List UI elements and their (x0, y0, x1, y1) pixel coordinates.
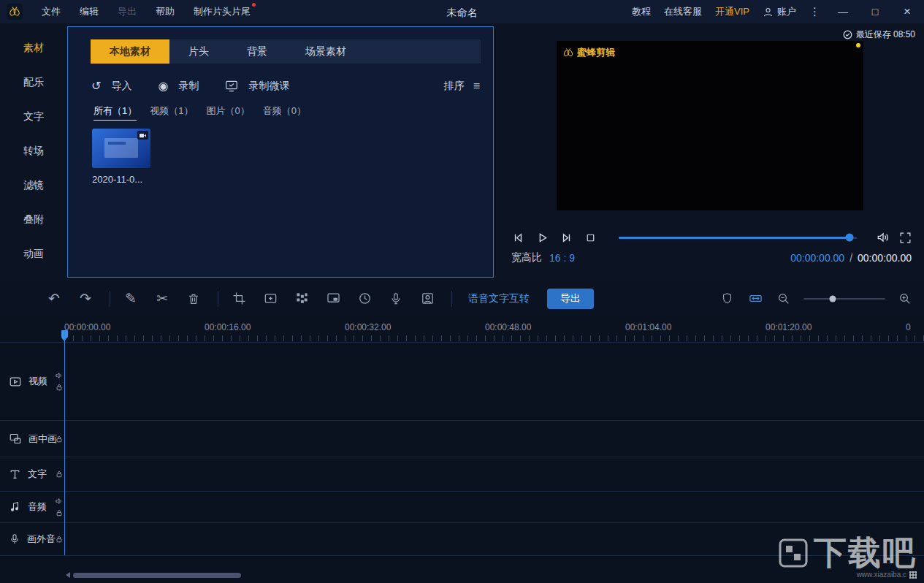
support-link[interactable]: 在线客服 (664, 5, 702, 18)
edit-clip-button[interactable]: ✎ (122, 290, 140, 308)
track-header-audio: 音频 (9, 500, 47, 514)
sidebar-item-filter[interactable]: 滤镜 (0, 168, 67, 202)
record-course-button[interactable]: 录制微课 (225, 80, 289, 93)
mute-icon[interactable] (56, 498, 63, 505)
tab-local-material[interactable]: 本地素材 (91, 39, 169, 64)
track-controls-video (56, 372, 63, 391)
menu-file[interactable]: 文件 (42, 5, 61, 18)
user-icon (763, 7, 774, 18)
toolbar-divider (451, 291, 452, 307)
watermark-logo-icon (779, 538, 808, 568)
filter-video[interactable]: 视频（1） (150, 104, 193, 121)
track-lane-pip[interactable]: 画中画 (0, 420, 924, 457)
export-button[interactable]: 导出 (547, 289, 594, 309)
titlebar-right: 教程 在线客服 开通VIP 账户 ⋮ — □ × (632, 4, 924, 19)
menu-edit[interactable]: 编辑 (80, 5, 99, 18)
ruler-label: 00:00:32.00 (345, 322, 391, 332)
mute-icon[interactable] (56, 372, 63, 379)
portrait-button[interactable] (419, 290, 436, 308)
zoom-out-button[interactable] (775, 290, 793, 308)
record-button[interactable]: ◉ 录制 (158, 80, 199, 93)
clip-thumbnail[interactable] (92, 129, 150, 168)
track-lane-text[interactable]: 文字 (0, 457, 924, 491)
sidebar-item-material[interactable]: 素材 (0, 31, 67, 65)
sidebar-item-music[interactable]: 配乐 (0, 65, 67, 99)
sidebar-item-animation[interactable]: 动画 (0, 237, 67, 271)
duration-button[interactable] (356, 290, 373, 308)
sidebar-item-transition[interactable]: 转场 (0, 134, 67, 168)
lock-icon[interactable] (56, 435, 63, 443)
zoom-slider[interactable] (803, 298, 885, 300)
delete-button[interactable] (185, 290, 202, 308)
seek-slider[interactable] (619, 237, 857, 239)
account-label: 账户 (777, 5, 796, 18)
filter-audio[interactable]: 音频（0） (263, 104, 306, 121)
close-button[interactable]: × (898, 4, 917, 19)
timeline-zoom-controls (718, 290, 924, 308)
filter-all[interactable]: 所有（1） (93, 104, 137, 121)
redo-button[interactable]: ↷ (77, 290, 94, 308)
scroll-left-icon[interactable] (66, 572, 70, 578)
scale-button[interactable] (261, 290, 279, 308)
menu-intro-outro[interactable]: 制作片头片尾 (194, 5, 251, 18)
vip-link[interactable]: 开通VIP (715, 5, 749, 18)
mosaic-button[interactable] (293, 290, 310, 308)
filter-image[interactable]: 图片（0） (206, 104, 249, 121)
autosave-status: 最近保存 08:50 (843, 28, 915, 41)
track-lane-audio[interactable]: 音频 (0, 491, 924, 522)
undo-button[interactable]: ↶ (45, 290, 63, 308)
account-button[interactable]: 账户 (763, 5, 796, 18)
audio-track-icon (9, 501, 21, 513)
fullscreen-button[interactable] (896, 229, 914, 246)
lock-icon[interactable] (56, 384, 63, 391)
menu-export[interactable]: 导出 (118, 5, 137, 18)
ruler-label: 00:00:48.00 (485, 322, 531, 332)
time-display: 00:00:00.00 / 00:00:00.00 (790, 252, 912, 264)
volume-button[interactable] (874, 229, 892, 246)
crop-button[interactable] (230, 290, 248, 308)
menu-help[interactable]: 帮助 (156, 5, 175, 18)
media-clip[interactable]: 2020-11-0... (92, 129, 153, 185)
tab-intro[interactable]: 片头 (169, 39, 228, 64)
prev-frame-button[interactable] (509, 229, 527, 246)
stop-button[interactable] (581, 229, 599, 246)
site-watermark: 下载吧 www.xiazaiba.c (779, 536, 917, 579)
marker-button[interactable] (718, 290, 736, 308)
project-title: 未命名 (447, 7, 478, 20)
more-menu-icon[interactable]: ⋮ (809, 5, 820, 18)
top-section: 素材 配乐 文字 转场 滤镜 叠附 动画 本地素材 片头 背景 场景素材 ↺ 导… (0, 23, 924, 281)
track-header-voiceover: 画外音 (9, 533, 56, 546)
time-separator: / (849, 252, 852, 264)
zoom-slider-knob[interactable] (830, 295, 836, 302)
lock-icon[interactable] (56, 536, 63, 543)
voice-text-button[interactable]: 语音文字互转 (468, 292, 530, 305)
zoom-in-button[interactable] (896, 290, 914, 308)
record-course-icon (225, 80, 238, 92)
material-filters: 所有（1） 视频（1） 图片（0） 音频（0） (93, 104, 306, 121)
tab-background[interactable]: 背景 (228, 39, 286, 64)
lock-icon[interactable] (56, 470, 63, 478)
edit-toolbar: ↶ ↷ ✎ ✂ (0, 281, 924, 316)
import-button[interactable]: ↺ 导入 (91, 80, 131, 93)
record-voice-button[interactable] (387, 290, 405, 308)
horizontal-scrollbar[interactable] (73, 573, 241, 578)
cut-button[interactable]: ✂ (153, 290, 171, 308)
lock-icon[interactable] (56, 509, 63, 517)
sidebar-item-text[interactable]: 文字 (0, 99, 67, 134)
maximize-button[interactable]: □ (866, 6, 885, 18)
play-button[interactable] (533, 229, 551, 246)
minimize-button[interactable]: — (833, 6, 852, 18)
track-label: 画外音 (27, 533, 56, 546)
sort-button[interactable]: 排序 ≡ (444, 80, 480, 93)
clip-label: 2020-11-0... (92, 174, 153, 185)
sidebar-item-overlay[interactable]: 叠附 (0, 202, 67, 237)
aspect-ratio-value[interactable]: 16 : 9 (549, 252, 575, 264)
track-lane-video[interactable]: 视频 (0, 342, 924, 420)
next-frame-button[interactable] (557, 229, 575, 246)
fit-timeline-button[interactable] (747, 290, 764, 308)
seek-slider-knob[interactable] (846, 234, 854, 242)
tutorial-link[interactable]: 教程 (632, 5, 651, 18)
pip-button[interactable] (324, 290, 342, 308)
watermark-qr-icon (909, 571, 917, 579)
tab-scene-material[interactable]: 场景素材 (286, 39, 365, 64)
